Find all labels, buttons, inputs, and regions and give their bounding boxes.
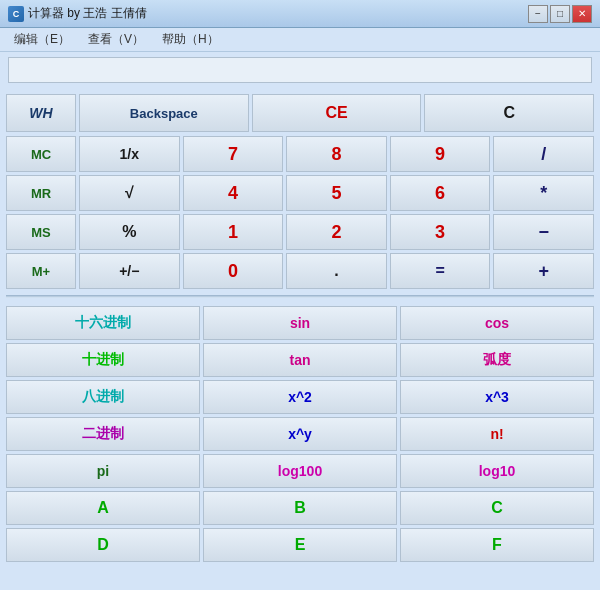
btn-0[interactable]: 0 [183,253,284,289]
percent-button[interactable]: % [79,214,180,250]
hex-button[interactable]: 十六进制 [6,306,200,340]
btn-a[interactable]: A [6,491,200,525]
menu-edit[interactable]: 编辑（E） [6,29,78,50]
maximize-button[interactable]: □ [550,5,570,23]
bin-button[interactable]: 二进制 [6,417,200,451]
btn-f[interactable]: F [400,528,594,562]
btn-subtract[interactable]: − [493,214,594,250]
powy-button[interactable]: x^y [203,417,397,451]
sin-button[interactable]: sin [203,306,397,340]
logo-button: WH [6,94,76,132]
menu-help[interactable]: 帮助（H） [154,29,227,50]
app-icon: C [8,6,24,22]
cos-button[interactable]: cos [400,306,594,340]
oct-button[interactable]: 八进制 [6,380,200,414]
btn-7[interactable]: 7 [183,136,284,172]
ext-grid: 十六进制 sin cos 十进制 tan 弧度 八进制 x^2 x^3 二进制 … [6,306,594,562]
ms-button[interactable]: MS [6,214,76,250]
nfact-button[interactable]: n! [400,417,594,451]
btn-5[interactable]: 5 [286,175,387,211]
btn-2[interactable]: 2 [286,214,387,250]
mr-button[interactable]: MR [6,175,76,211]
title-bar-left: C 计算器 by 王浩 王倩倩 [8,5,147,22]
top-row: WH Backspace CE C [6,94,594,132]
btn-9[interactable]: 9 [390,136,491,172]
btn-dot[interactable]: . [286,253,387,289]
sqrt-button[interactable]: √ [79,175,180,211]
rad-button[interactable]: 弧度 [400,343,594,377]
btn-add[interactable]: + [493,253,594,289]
pow2-button[interactable]: x^2 [203,380,397,414]
dec-button[interactable]: 十进制 [6,343,200,377]
btn-8[interactable]: 8 [286,136,387,172]
btn-c[interactable]: C [400,491,594,525]
title-bar: C 计算器 by 王浩 王倩倩 − □ ✕ [0,0,600,28]
plusminus-button[interactable]: +/− [79,253,180,289]
num-grid: MC 1/x 7 8 9 / MR √ 4 5 6 * MS % 1 2 3 −… [6,136,594,289]
window-title: 计算器 by 王浩 王倩倩 [28,5,147,22]
log100-button[interactable]: log100 [203,454,397,488]
mc-button[interactable]: MC [6,136,76,172]
minimize-button[interactable]: − [528,5,548,23]
display-input[interactable] [8,57,592,83]
ce-button[interactable]: CE [252,94,422,132]
inv-button[interactable]: 1/x [79,136,180,172]
btn-6[interactable]: 6 [390,175,491,211]
btn-1[interactable]: 1 [183,214,284,250]
btn-equals[interactable]: = [390,253,491,289]
btn-multiply[interactable]: * [493,175,594,211]
pow3-button[interactable]: x^3 [400,380,594,414]
calc-body: WH Backspace CE C MC 1/x 7 8 9 / MR √ 4 … [0,88,600,568]
log10-button[interactable]: log10 [400,454,594,488]
btn-divide[interactable]: / [493,136,594,172]
tan-button[interactable]: tan [203,343,397,377]
close-button[interactable]: ✕ [572,5,592,23]
mplus-button[interactable]: M+ [6,253,76,289]
menu-bar: 编辑（E） 查看（V） 帮助（H） [0,28,600,52]
c-button[interactable]: C [424,94,594,132]
btn-b[interactable]: B [203,491,397,525]
pi-button[interactable]: pi [6,454,200,488]
section-divider [6,295,594,298]
display-area [0,52,600,88]
title-controls: − □ ✕ [528,5,592,23]
btn-e[interactable]: E [203,528,397,562]
btn-d[interactable]: D [6,528,200,562]
menu-view[interactable]: 查看（V） [80,29,152,50]
backspace-button[interactable]: Backspace [79,94,249,132]
btn-4[interactable]: 4 [183,175,284,211]
btn-3[interactable]: 3 [390,214,491,250]
